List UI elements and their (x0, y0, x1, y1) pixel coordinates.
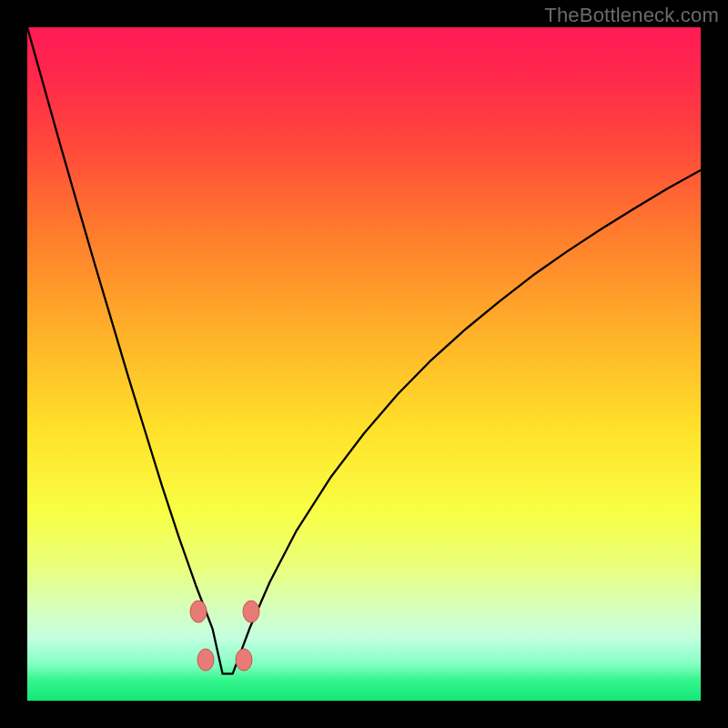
curve-layer (27, 27, 701, 701)
curve-marker (236, 649, 252, 671)
curve-marker (243, 601, 259, 622)
plot-area (27, 27, 701, 701)
curve-marker (197, 649, 214, 671)
curve-marker (190, 601, 207, 622)
bottleneck-curve (27, 27, 701, 673)
watermark-text: TheBottleneck.com (544, 4, 719, 27)
curve-markers (190, 601, 259, 671)
chart-frame: TheBottleneck.com (0, 0, 728, 728)
